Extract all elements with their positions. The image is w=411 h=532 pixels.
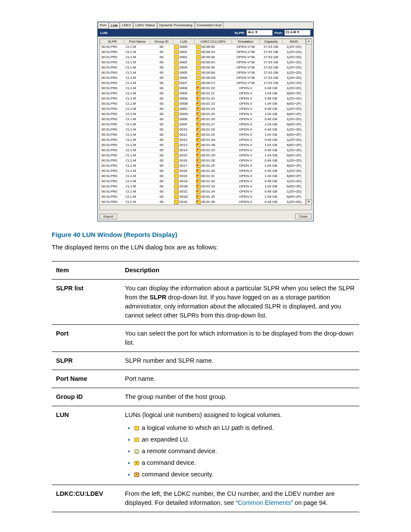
export-button[interactable]: Export <box>100 214 117 219</box>
row-slpr-label: SLPR <box>52 352 121 370</box>
ldev-cell-icon <box>196 184 201 189</box>
lun-cell-icon <box>174 45 179 49</box>
row-groupid-label: Group ID <box>52 388 121 406</box>
vscrollbar[interactable]: ▴ ▾ <box>305 39 311 210</box>
table-row[interactable]: 00:SLPR0CL1-M00000A00:01:22OPEN-V0.48 GB… <box>100 96 306 101</box>
ldev-cell-icon <box>196 55 201 59</box>
lun-expanded-icon <box>134 438 139 442</box>
table-row[interactable]: 00:SLPR0CL1-M00000700:00:FCOPEN-V*3627.6… <box>100 81 306 86</box>
table-row[interactable]: 00:SLPR0CL1-M00000D00:01:25OPEN-V1.04 GB… <box>100 112 306 117</box>
table-row[interactable]: 00:SLPR0CL1-M00001D00:01:35OPEN-V1.04 GB… <box>100 194 306 199</box>
table-row[interactable]: 00:SLPR0CL1-M00001700:01:2FOPEN-V1.04 GB… <box>100 163 306 168</box>
tabs-row: PortLUNLDEVLDEV StatusDynamic Provisioni… <box>98 22 313 29</box>
table-row[interactable]: 00:SLPR0CL1-M00000900:01:21OPEN-V1.04 GB… <box>100 91 306 96</box>
table-row[interactable]: 00:SLPR0CL1-M00000300:00:6COPEN-V*3627.6… <box>100 60 306 65</box>
table-row[interactable]: 00:SLPR0CL1-M00000200:00:48OPEN-V*3627.6… <box>100 55 306 60</box>
ldev-cell-icon <box>196 102 201 106</box>
ldev-cell-icon <box>196 174 201 178</box>
table-row[interactable]: 00:SLPR0CL1-M00001400:01:2COPEN-V0.48 GB… <box>100 148 306 153</box>
port-label: Port: <box>274 31 283 35</box>
intro-text: The displayed items on the LUN dialog bo… <box>52 243 359 252</box>
table-row[interactable]: 00:SLPR0CL1-M00000C00:01:24OPEN-V0.48 GB… <box>100 106 306 112</box>
lun-window-screenshot: PortLUNLDEVLDEV StatusDynamic Provisioni… <box>97 22 314 221</box>
col-header[interactable]: Emulation <box>232 39 260 44</box>
lun-cell-icon <box>174 190 179 194</box>
tab-dynamic-provisioning[interactable]: Dynamic Provisioning <box>157 22 195 28</box>
table-row[interactable]: 00:SLPR0CL1-M00000400:00:90OPEN-V*3627.6… <box>100 65 306 70</box>
title-text: LUN <box>100 31 107 35</box>
hscrollbar[interactable] <box>100 205 306 210</box>
row-groupid-desc: The group number of the host group. <box>121 388 359 406</box>
col-header[interactable]: LDKC:CU:LDEV <box>195 39 232 44</box>
table-row[interactable]: 00:SLPR0CL1-M00000800:01:20OPEN-V0.48 GB… <box>100 86 306 91</box>
table-row[interactable]: 00:SLPR0CL1-M00001600:01:2EOPEN-V0.48 GB… <box>100 158 306 163</box>
col-header[interactable]: Group ID <box>150 39 173 44</box>
lun-cell-icon <box>174 128 179 132</box>
ldev-cell-icon <box>196 60 201 65</box>
table-row[interactable]: 00:SLPR0CL1-M00000F00:01:27OPEN-V1.04 GB… <box>100 122 306 127</box>
slpr-label: SLPR: <box>234 31 245 35</box>
table-row[interactable]: 00:SLPR0CL1-M00001000:01:28OPEN-V0.48 GB… <box>100 127 306 132</box>
row-slpr-list-desc: You can display the information about a … <box>121 279 359 324</box>
lun-bullet: a logical volume to which an LU path is … <box>134 422 355 434</box>
lun-cell-icon <box>174 102 179 106</box>
ldev-cell-icon <box>196 76 201 80</box>
ldev-cell-icon <box>196 50 201 54</box>
table-row[interactable]: 00:SLPR0CL1-M00001A00:01:32OPEN-V0.48 GB… <box>100 179 306 184</box>
col-header[interactable]: SLPR <box>100 39 125 44</box>
table-row[interactable]: 00:SLPR0CL1-M00001E00:01:36OPEN-V0.48 GB… <box>100 199 306 205</box>
table-row[interactable]: 00:SLPR0CL1-M00001200:01:2AOPEN-V0.48 GB… <box>100 137 306 143</box>
lun-cell-icon <box>174 112 179 116</box>
col-header[interactable]: RAID <box>282 39 305 44</box>
ldev-cell-icon <box>196 159 201 163</box>
ldev-cell-icon <box>196 200 201 204</box>
ldev-cell-icon <box>196 195 201 199</box>
lun-cell-icon <box>174 65 179 70</box>
col-header[interactable]: Capacity <box>259 39 282 44</box>
table-row[interactable]: 00:SLPR0CL1-M00000100:00:24OPEN-V*3627.6… <box>100 50 306 55</box>
table-row[interactable]: 00:SLPR0CL1-M00001B00:01:33OPEN-V1.04 GB… <box>100 184 306 189</box>
table-row[interactable]: 00:SLPR0CL1-M00000600:00:D8OPEN-V*3627.6… <box>100 75 306 81</box>
table-row[interactable]: 00:SLPR0CL1-M00001900:01:31OPEN-V1.04 GB… <box>100 174 306 179</box>
col-header[interactable]: Port Name <box>125 39 150 44</box>
port-dropdown[interactable]: CL1-M ▾ <box>284 30 311 36</box>
table-row[interactable]: 00:SLPR0CL1-M00000E00:01:26OPEN-V0.48 GB… <box>100 117 306 122</box>
lun-volume-icon <box>134 426 139 430</box>
col-header[interactable]: LUN <box>173 39 195 44</box>
table-row[interactable]: 00:SLPR0CL1-M00001800:01:30OPEN-V0.48 GB… <box>100 168 306 174</box>
close-button[interactable]: Close <box>295 214 311 219</box>
lun-cell-icon <box>174 76 179 80</box>
lun-bullet: command device security. <box>134 469 355 480</box>
common-elements-link[interactable]: Common Elements <box>238 499 291 506</box>
slpr-dropdown[interactable]: ALL ▾ <box>246 30 273 36</box>
table-row[interactable]: 00:SLPR0CL1-M00001100:01:29OPEN-V1.04 GB… <box>100 132 306 137</box>
tab-ldev-status[interactable]: LDEV Status <box>133 22 157 28</box>
table-row[interactable]: 00:SLPR0CL1-M00001C00:01:34OPEN-V0.48 GB… <box>100 189 306 194</box>
tab-connected-host[interactable]: Connected Host <box>195 22 224 28</box>
ldev-cell-icon <box>196 91 201 96</box>
table-row[interactable]: 00:SLPR0CL1-M00001300:01:2BOPEN-V1.04 GB… <box>100 143 306 148</box>
row-slpr-list-label: SLPR list <box>52 279 121 324</box>
ldev-cell-icon <box>196 107 201 111</box>
lun-grid[interactable]: SLPRPort NameGroup IDLUNLDKC:CU:LDEVEmul… <box>100 39 306 210</box>
lun-cmd-icon <box>134 461 139 465</box>
table-row[interactable]: 00:SLPR0CL1-M00000000:00:00OPEN-V*3627.6… <box>100 44 306 50</box>
ldev-cell-icon <box>196 96 201 101</box>
lun-cell-icon <box>174 55 179 59</box>
row-lun-label: LUN <box>52 406 121 485</box>
row-lun-desc: LUNs (logical unit numbers) assigned to … <box>121 406 359 485</box>
table-row[interactable]: 00:SLPR0CL1-M00000B00:01:23OPEN-V1.04 GB… <box>100 101 306 106</box>
tab-ldev[interactable]: LDEV <box>120 22 133 28</box>
table-row[interactable]: 00:SLPR0CL1-M00000500:00:B4OPEN-V*3627.6… <box>100 70 306 75</box>
tab-port[interactable]: Port <box>98 22 109 28</box>
ldev-cell-icon <box>196 128 201 132</box>
tab-lun[interactable]: LUN <box>109 22 120 29</box>
row-portname-label: Port Name <box>52 370 121 388</box>
lun-cell-icon <box>174 122 179 127</box>
scroll-up-icon[interactable]: ▴ <box>306 39 312 44</box>
lun-cell-icon <box>174 164 179 168</box>
figure-caption: Figure 40 LUN Window (Reports Display) <box>52 231 359 238</box>
lun-cell-icon <box>174 148 179 152</box>
ldev-cell-icon <box>196 133 201 137</box>
table-row[interactable]: 00:SLPR0CL1-M00001500:01:2DOPEN-V1.04 GB… <box>100 153 306 158</box>
